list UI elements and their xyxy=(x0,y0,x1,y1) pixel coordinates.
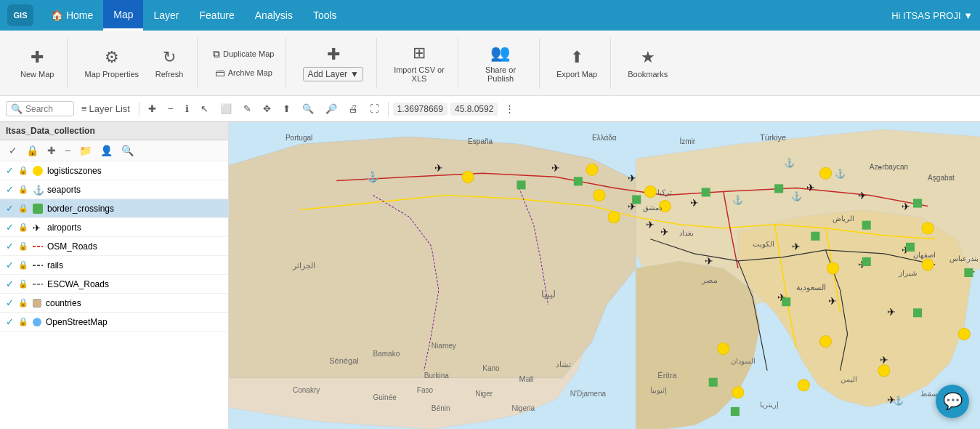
svg-text:⚓: ⚓ xyxy=(784,157,795,168)
nav-analysis[interactable]: Analysis xyxy=(245,0,303,31)
fullscreen-icon: ⛶ xyxy=(370,103,379,114)
svg-rect-52 xyxy=(782,297,790,306)
duplicate-icon: ⧉ xyxy=(213,48,220,60)
layer-item-escwa-roads[interactable]: ✓ 🔒 ESCWA_Roads xyxy=(0,275,228,294)
svg-text:إريتريا: إريتريا xyxy=(760,401,779,409)
select-rect-button[interactable]: ⬜ xyxy=(216,101,236,116)
layer-item-osm-roads[interactable]: ✓ 🔒 OSM_Roads xyxy=(0,237,228,256)
search-layer-button[interactable]: 🔍 xyxy=(118,143,137,158)
refresh-icon: ↻ xyxy=(163,48,176,67)
layer-icon-rails xyxy=(33,262,43,268)
move-button[interactable]: ✥ xyxy=(259,101,275,116)
nav-home[interactable]: 🏠 🏠 HomeHome xyxy=(41,0,103,31)
layer-item-logisticszones[interactable]: ✓ 🔒 logisticszones xyxy=(0,161,228,180)
list-icon: ≡ xyxy=(81,103,87,114)
svg-text:Kano: Kano xyxy=(482,364,500,372)
search-box[interactable]: 🔍 xyxy=(6,101,74,116)
layer-list-button[interactable]: ≡ Layer List xyxy=(77,101,134,116)
search-input[interactable] xyxy=(25,104,69,114)
svg-text:شيراز: شيراز xyxy=(898,269,917,278)
new-map-button[interactable]: ✚ New Map xyxy=(13,44,61,82)
cursor-button[interactable]: ↖ xyxy=(196,101,213,116)
svg-text:Ελλάδα: Ελλάδα xyxy=(592,134,617,142)
more-options-button[interactable]: ⋮ xyxy=(501,101,519,116)
export-map-label: Export Map xyxy=(556,70,597,79)
new-map-label: New Map xyxy=(20,70,54,79)
map-properties-button[interactable]: ⚙ Map Properties xyxy=(77,44,146,82)
zoom-out-button[interactable]: 🔎 xyxy=(321,101,341,116)
export-map-button[interactable]: ⬆ Export Map xyxy=(549,44,604,82)
layer-item-seaports[interactable]: ✓ 🔒 ⚓ seaports xyxy=(0,180,228,199)
layer-check-airoports: ✓ xyxy=(6,222,14,233)
nav-tools[interactable]: Tools xyxy=(303,0,347,31)
layer-lock-openstreetmap: 🔒 xyxy=(18,317,28,326)
layer-lock-seaports: 🔒 xyxy=(18,185,28,194)
bookmarks-button[interactable]: ★ Bookmarks xyxy=(620,44,675,82)
archive-map-button[interactable]: 🗃 Archive Map xyxy=(207,65,280,81)
add-layer-button[interactable]: ✚ Add Layer ▼ xyxy=(296,41,370,85)
svg-point-10 xyxy=(819,167,831,179)
layer-label-seaports: seaports xyxy=(47,185,81,195)
svg-text:Éritra: Éritra xyxy=(657,371,677,380)
svg-text:✈: ✈ xyxy=(660,226,669,238)
plus-icon: ✚ xyxy=(31,48,44,67)
lock-icon[interactable]: 🔒 xyxy=(23,143,41,158)
add-layer-small-button[interactable]: ✚ xyxy=(44,143,59,158)
folder-icon[interactable]: 📁 xyxy=(76,143,94,158)
star-icon: ★ xyxy=(641,48,655,67)
svg-text:Niamey: Niamey xyxy=(432,342,456,350)
layer-panel: Itsas_Data_collection ✓ 🔒 ✚ − 📁 👤 🔍 ✓ 🔒 … xyxy=(0,122,229,429)
svg-text:Burkina: Burkina xyxy=(424,372,449,380)
visibility-all-icon[interactable]: ✓ xyxy=(6,143,20,158)
user-icon[interactable]: 👤 xyxy=(97,143,116,158)
layer-label-openstreetmap: OpenStreetMap xyxy=(46,317,108,327)
user-menu[interactable]: Hi ITSAS PROJI ▼ xyxy=(891,10,973,21)
separator-2 xyxy=(388,102,389,116)
bookmarks-group: ★ Bookmarks xyxy=(615,38,681,89)
nav-layer[interactable]: Layer xyxy=(143,0,189,31)
share-publish-button[interactable]: 👥 Share or Publish xyxy=(468,40,533,87)
table-icon: ⊞ xyxy=(413,44,426,63)
remove-button[interactable]: − xyxy=(163,101,178,116)
svg-text:اصفهان: اصفهان xyxy=(913,251,936,260)
nav-map[interactable]: Map xyxy=(103,0,143,31)
draw-button[interactable]: ✎ xyxy=(239,101,256,116)
svg-text:⚓: ⚓ xyxy=(732,194,744,205)
info-button[interactable]: ℹ xyxy=(181,101,193,116)
zoom-in-button[interactable]: 🔍 xyxy=(298,101,318,116)
chat-widget-button[interactable]: 💬 xyxy=(936,385,969,418)
import-csv-button[interactable]: ⊞ Import CSV or XLS xyxy=(386,40,452,87)
layer-item-openstreetmap[interactable]: ✓ 🔒 OpenStreetMap xyxy=(0,313,228,332)
svg-point-5 xyxy=(586,164,598,175)
add-icon: ✚ xyxy=(148,103,156,114)
svg-rect-48 xyxy=(913,199,922,208)
svg-rect-47 xyxy=(862,221,871,230)
layer-item-rails[interactable]: ✓ 🔒 rails xyxy=(0,256,228,275)
svg-text:España: España xyxy=(468,137,493,145)
fullscreen-button[interactable]: ⛶ xyxy=(365,101,384,116)
refresh-button[interactable]: ↻ Refresh xyxy=(147,44,191,82)
svg-text:✈: ✈ xyxy=(828,295,837,307)
map-canvas[interactable]: ✈ ✈ ✈ ✈ ✈ ✈ ✈ ✈ ✈ ✈ ✈ ✈ ✈ ✈ ✈ ✈ ✈ ✈ ✈ ✈ … xyxy=(229,122,980,429)
svg-text:Aşgabat: Aşgabat xyxy=(928,174,955,182)
add-point-button[interactable]: ✚ xyxy=(144,101,161,116)
nav-feature[interactable]: Feature xyxy=(190,0,245,31)
layer-lock-airoports: 🔒 xyxy=(18,222,28,232)
svg-rect-53 xyxy=(913,308,922,317)
layer-lock-osm-roads: 🔒 xyxy=(18,241,28,251)
upload-button[interactable]: ⬆ xyxy=(278,101,295,116)
layer-label-rails: rails xyxy=(47,260,63,270)
layer-item-border-crossings[interactable]: ✓ 🔒 border_crossings xyxy=(0,199,228,218)
svg-text:Faso: Faso xyxy=(417,386,434,394)
svg-text:ليبيا: ليبيا xyxy=(541,289,556,300)
svg-text:✈: ✈ xyxy=(628,172,636,184)
svg-text:Nigeria: Nigeria xyxy=(511,404,535,412)
print-button[interactable]: 🖨 xyxy=(344,101,363,116)
export-map-group: ⬆ Export Map xyxy=(543,38,611,89)
layer-panel-header: Itsas_Data_collection xyxy=(0,122,228,140)
duplicate-map-button[interactable]: ⧉ Duplicate Map xyxy=(207,46,280,63)
layer-item-countries[interactable]: ✓ 🔒 countries xyxy=(0,294,228,313)
layer-item-airoports[interactable]: ✓ 🔒 ✈ airoports xyxy=(0,218,228,237)
remove-layer-button[interactable]: − xyxy=(62,143,73,158)
svg-text:Conakry: Conakry xyxy=(293,386,320,394)
